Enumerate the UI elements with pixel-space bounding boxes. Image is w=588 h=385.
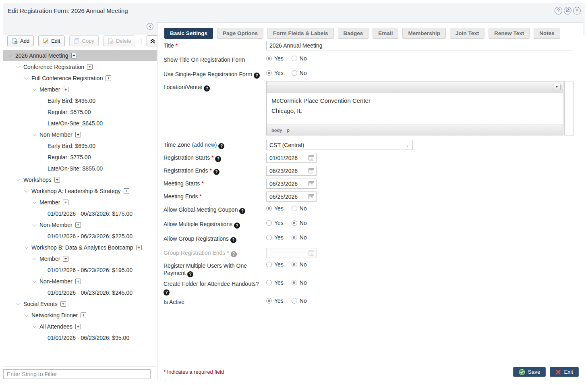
exit-button[interactable]: Exit [550,367,579,377]
restore-icon[interactable] [564,7,571,15]
collapse-chevron-icon[interactable] [32,87,39,92]
is-active-yes-radio[interactable] [266,298,272,304]
tree-item[interactable]: Member+ [3,197,157,208]
tree-item[interactable]: Non-Member+ [3,276,157,287]
collapse-chevron-icon[interactable] [32,257,39,261]
help-badge-icon[interactable]: ? [213,169,219,175]
coupon-yes-radio[interactable] [266,206,272,211]
collapse-chevron-icon[interactable] [16,178,23,182]
tree-item[interactable]: Early Bird: $695.00 [3,140,157,152]
help-badge-icon[interactable]: ? [218,143,224,149]
collapse-chevron-icon[interactable] [24,246,31,250]
copy-button[interactable]: Copy [69,35,99,46]
handouts-no-radio[interactable] [292,280,297,285]
tree-item[interactable]: 01/01/2026 - 06/23/2026: $195.00 [3,264,157,276]
tree-item[interactable]: Early Bird: $495.00 [3,95,157,106]
collapse-chevron-icon[interactable] [16,65,23,69]
tree-item[interactable]: Regular: $775.00 [3,152,157,163]
tab-badges[interactable]: Badges [338,28,369,39]
tree-item[interactable]: Late/On-Site: $855.00 [3,163,157,174]
tree-item[interactable]: Workshop B: Data & Analytics Bootcamp+ [3,242,157,253]
help-icon[interactable]: ? [555,7,562,15]
help-badge-icon[interactable]: ? [231,251,237,257]
tree-item[interactable]: Non-Member+ [3,129,157,140]
toolbar-expand-icon[interactable]: ▾ [553,84,561,90]
tree-item[interactable]: 01/01/2026 - 06/23/2026: $175.00 [3,208,157,219]
title-input[interactable] [266,41,573,50]
editor-content[interactable]: McCormick Place Convention Center Chicag… [267,93,563,125]
tab-form-fields-labels[interactable]: Form Fields & Labels [267,28,334,39]
help-badge-icon[interactable]: ? [254,73,260,79]
collapse-chevron-icon[interactable] [32,223,39,227]
coupon-no-radio[interactable] [292,206,297,211]
multi-users-yes-radio[interactable] [266,262,272,267]
help-badge-icon[interactable]: ? [230,237,236,243]
tree-item[interactable]: Conference Registration+ [3,61,157,73]
tree-item[interactable]: Networking Dinner+ [3,310,157,321]
tree-item[interactable]: Social Events+ [3,298,157,310]
group-reg-yes-radio[interactable] [266,235,272,240]
tab-basic-settings[interactable]: Basic Settings [164,28,213,39]
multi-users-no-radio[interactable] [292,262,297,267]
collapse-panel-icon[interactable] [147,23,153,30]
collapse-chevron-icon[interactable] [24,76,31,80]
timezone-select[interactable]: CST (Central) ⌄ [266,140,413,150]
add-child-icon[interactable]: + [75,132,81,137]
tab-email[interactable]: Email [373,28,398,39]
add-child-icon[interactable]: + [136,245,142,250]
help-badge-icon[interactable]: ? [234,223,240,229]
add-child-icon[interactable]: + [63,87,68,92]
tree-item[interactable]: 01/01/2026 - 06/23/2026: $95.00 [3,332,157,343]
tree-item[interactable]: Member+ [3,84,157,95]
tab-join-text[interactable]: Join Text [450,28,484,39]
tree-item[interactable]: Workshop A: Leadership & Strategy+ [3,185,157,197]
handouts-yes-radio[interactable] [266,280,272,285]
is-active-no-radio[interactable] [292,298,297,304]
collapse-chevron-icon[interactable] [8,54,15,58]
add-child-icon[interactable]: + [75,222,81,228]
show-title-no-radio[interactable] [292,56,297,61]
calendar-icon[interactable] [308,180,315,187]
group-reg-no-radio[interactable] [292,235,297,240]
help-badge-icon[interactable]: ? [239,208,245,214]
tree-filter-input[interactable] [3,369,151,379]
add-new-timezone-link[interactable]: (add new) [192,142,217,148]
help-badge-icon[interactable]: ? [215,156,221,162]
tree-item[interactable]: Workshops+ [3,174,157,185]
location-richtext-editor[interactable]: ▾ McCormick Place Convention Center Chic… [266,81,563,135]
collapse-chevron-icon[interactable] [24,313,31,317]
calendar-icon[interactable] [308,154,315,161]
tree-item[interactable]: All Attendees+ [3,321,157,332]
multi-reg-yes-radio[interactable] [266,220,272,226]
show-title-yes-radio[interactable] [266,56,272,61]
help-badge-icon[interactable]: ? [187,271,193,277]
save-button[interactable]: Save [513,367,546,377]
tree-item[interactable]: Late/On-Site: $645.00 [3,118,157,129]
tree-item[interactable]: Regular: $575.00 [3,106,157,118]
tab-membership[interactable]: Membership [402,28,446,39]
calendar-icon[interactable] [308,250,315,256]
single-page-no-radio[interactable] [292,70,297,76]
multi-reg-no-radio[interactable] [292,220,297,226]
collapse-chevron-icon[interactable] [32,133,39,137]
add-child-icon[interactable]: + [75,279,81,284]
help-badge-icon[interactable]: ? [204,85,210,92]
tree-item[interactable]: 01/01/2026 - 06/23/2026: $225.00 [3,231,157,242]
tree-item[interactable]: 2026 Annual Meeting+ [3,50,157,61]
collapse-chevron-icon[interactable] [32,200,39,204]
help-badge-icon[interactable]: ? [164,289,170,296]
add-child-icon[interactable]: + [75,324,81,329]
edit-button[interactable]: Edit [38,35,64,46]
add-child-icon[interactable]: + [63,200,68,205]
path-body[interactable]: body [271,128,282,133]
collapse-chevron-icon[interactable] [24,189,31,193]
add-child-icon[interactable]: + [63,256,68,262]
tree-item[interactable]: 01/01/2026 - 06/23/2026: $245.00 [3,287,157,298]
tree-item[interactable]: Member+ [3,253,157,264]
calendar-icon[interactable] [308,167,315,174]
collapse-chevron-icon[interactable] [16,302,23,306]
add-child-icon[interactable]: + [81,312,86,318]
close-icon[interactable]: × [573,7,581,15]
add-child-icon[interactable]: + [87,64,93,70]
add-child-icon[interactable]: + [60,301,66,307]
